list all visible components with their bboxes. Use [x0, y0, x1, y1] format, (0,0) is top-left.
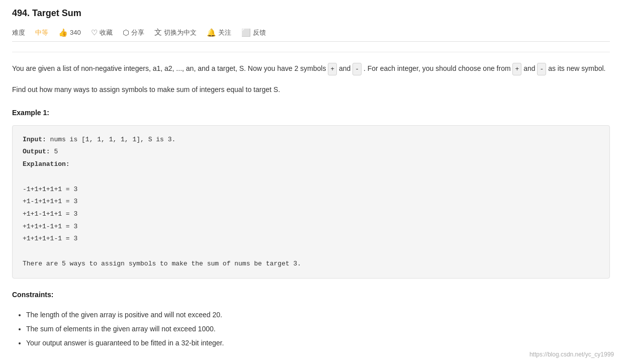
calc-line-1: -1+1+1+1+1 = 3 [23, 184, 599, 196]
likes-button[interactable]: 👍 340 [58, 28, 81, 37]
difficulty-label: 难度 [12, 28, 25, 37]
example1-title: Example 1: [12, 107, 610, 119]
blank-line-1 [23, 171, 599, 184]
content-area: You are given a list of non-negative int… [12, 62, 610, 350]
share-label: 分享 [131, 28, 144, 37]
summary-line: There are 5 ways to assign symbols to ma… [23, 258, 599, 270]
blank-line-2 [23, 245, 599, 258]
feedback-label: 反馈 [253, 28, 266, 37]
explanation-line: Explanation: [23, 158, 599, 171]
description-text-1: You are given a list of non-negative int… [12, 64, 326, 72]
symbol-minus-inline: - [352, 63, 362, 75]
switch-lang-label: 切换为中文 [164, 28, 197, 37]
switch-lang-button[interactable]: 文 切换为中文 [154, 28, 197, 37]
find-text: Find out how many ways to assign symbols… [12, 83, 610, 96]
description-text-3: as its new symbol. [548, 64, 605, 72]
inline-plus: + [512, 63, 521, 75]
calc-line-5: +1+1+1+1-1 = 3 [23, 233, 599, 245]
input-value: nums is [1, 1, 1, 1, 1], S is 3. [46, 136, 175, 143]
constraint-2: The sum of elements in the given array w… [26, 322, 610, 336]
translate-icon: 文 [154, 28, 162, 37]
input-label: Input: [23, 136, 46, 143]
calc-line-4: +1+1+1-1+1 = 3 [23, 221, 599, 233]
page-title: 494. Target Sum [12, 8, 81, 18]
calc-line-2: +1-1+1+1+1 = 3 [23, 196, 599, 208]
follow-button[interactable]: 🔔 关注 [207, 28, 231, 37]
watermark: https://blog.csdn.net/yc_cy1999 [529, 351, 614, 358]
and-text: and [339, 64, 350, 72]
share-button[interactable]: ⬡ 分享 [123, 28, 144, 37]
toolbar: 难度 中等 👍 340 ♡ 收藏 ⬡ 分享 文 切换为中文 🔔 关注 ⬜ 反馈 [12, 24, 610, 42]
and-2-text: and [523, 64, 537, 72]
divider [12, 52, 610, 52]
output-label: Output: [23, 148, 50, 155]
symbol-plus-inline: + [328, 63, 337, 75]
heart-icon: ♡ [91, 28, 98, 37]
inline-minus: - [537, 63, 546, 75]
bell-icon: 🔔 [207, 28, 216, 37]
constraint-3-text: Your output answer is guaranteed to be f… [26, 339, 224, 347]
thumbs-up-icon: 👍 [58, 28, 68, 37]
code-block: Input: nums is [1, 1, 1, 1, 1], S is 3. … [12, 125, 610, 279]
constraint-2-text: The sum of elements in the given array w… [26, 325, 216, 333]
follow-label: 关注 [218, 28, 231, 37]
description-text-2: . For each integer, you should choose on… [364, 64, 511, 72]
feedback-icon: ⬜ [241, 28, 251, 37]
problem-description: You are given a list of non-negative int… [12, 62, 610, 75]
constraint-1-text: The length of the given array is positiv… [26, 311, 222, 319]
input-line: Input: nums is [1, 1, 1, 1, 1], S is 3. [23, 134, 599, 146]
difficulty-value: 中等 [35, 28, 48, 37]
share-icon: ⬡ [123, 28, 129, 37]
constraints-title: Constraints: [12, 289, 610, 301]
constraint-3: Your output answer is guaranteed to be f… [26, 336, 610, 350]
output-value: 5 [50, 148, 58, 155]
likes-count: 340 [70, 29, 81, 36]
constraint-1: The length of the given array is positiv… [26, 308, 610, 322]
calc-line-3: +1+1-1+1+1 = 3 [23, 208, 599, 221]
feedback-button[interactable]: ⬜ 反馈 [241, 28, 266, 37]
output-line: Output: 5 [23, 146, 599, 158]
explanation-label: Explanation: [23, 160, 70, 168]
collect-button[interactable]: ♡ 收藏 [91, 28, 113, 37]
constraints-list: The length of the given array is positiv… [12, 308, 610, 350]
collect-label: 收藏 [100, 28, 113, 37]
